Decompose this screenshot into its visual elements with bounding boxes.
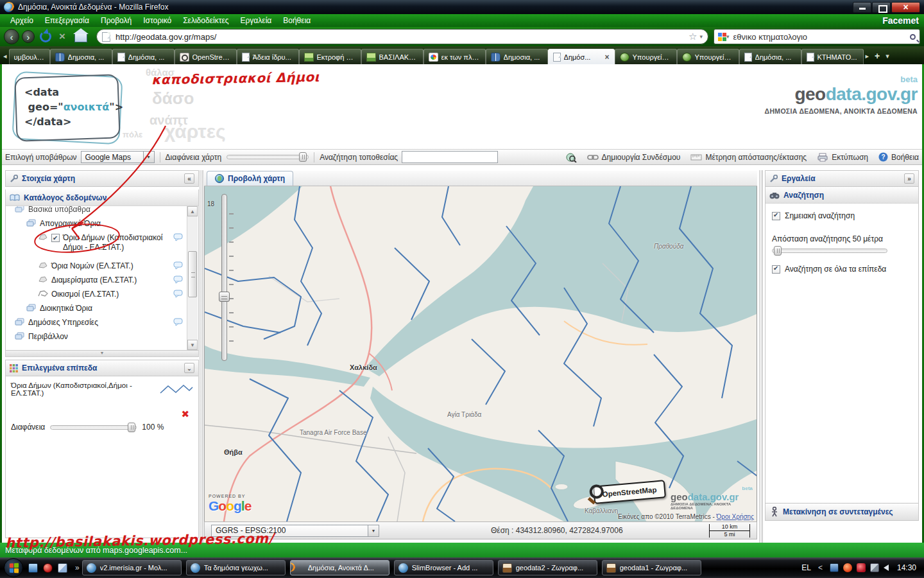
search-go-icon[interactable] bbox=[910, 34, 916, 40]
restore-button[interactable] bbox=[872, 2, 891, 13]
layer-checkbox-checked[interactable] bbox=[51, 234, 60, 242]
volume-icon[interactable] bbox=[884, 565, 889, 571]
quicklaunch-show-desktop-icon[interactable] bbox=[28, 563, 38, 573]
tree-scrollbar[interactable]: ▲ ▼ bbox=[187, 206, 198, 350]
collapse-right-panel-button[interactable]: » bbox=[904, 173, 914, 184]
tray-chevron-icon[interactable]: < bbox=[818, 563, 823, 572]
tab-10[interactable]: Υπουργείο... bbox=[615, 49, 677, 64]
tab-3[interactable]: OpenStreet... bbox=[175, 49, 237, 64]
tab-0[interactable]: υμβουλές... bbox=[9, 49, 50, 64]
taskbar-button-firefox-active[interactable]: Δημόσια, Ανοικτά Δ... bbox=[290, 560, 389, 575]
tree-item-census-boundaries[interactable]: Απογραφικά Όρια bbox=[6, 216, 198, 231]
taskbar-button-geodata-page[interactable]: Τα δημόσια γεωχω... bbox=[186, 560, 286, 575]
location-search-input[interactable] bbox=[402, 151, 498, 163]
start-button[interactable] bbox=[4, 558, 23, 577]
search-distance-slider[interactable] bbox=[772, 249, 887, 253]
comment-bubble-icon[interactable] bbox=[173, 233, 183, 241]
taskbar-button-paint-geodata1[interactable]: geodata1 - Ζωγραφ... bbox=[602, 560, 701, 575]
quicklaunch-overflow-icon[interactable]: » bbox=[75, 563, 80, 572]
map-opacity-slider[interactable] bbox=[227, 155, 309, 159]
right-splitter[interactable] bbox=[759, 170, 763, 543]
tab-7[interactable]: εκ των πλε... bbox=[424, 49, 486, 64]
stop-button[interactable]: × bbox=[59, 30, 65, 43]
taskbar-button-paint-geodata2[interactable]: geodata2 - Ζωγραφ... bbox=[498, 560, 597, 575]
tray-network-icon[interactable] bbox=[870, 563, 879, 572]
home-button[interactable] bbox=[74, 33, 87, 42]
tab-11[interactable]: Υπουργείο... bbox=[677, 49, 739, 64]
layer-opacity-slider[interactable] bbox=[50, 425, 137, 430]
scroll-up-icon[interactable]: ▲ bbox=[187, 206, 198, 216]
selected-layer-row[interactable]: Όρια Δήμων (Καποδιστριακοί,Δήμοι - ΕΛ.ΣΤ… bbox=[11, 381, 193, 397]
scrollbar-thumb[interactable] bbox=[188, 251, 197, 297]
scroll-down-icon[interactable]: ▼ bbox=[187, 340, 198, 350]
tree-item-environment[interactable]: Περιβάλλον bbox=[6, 329, 198, 344]
all-layers-checkbox[interactable] bbox=[772, 265, 780, 274]
tab-13[interactable]: ΚΤΗΜΑΤΟ... bbox=[801, 49, 864, 64]
tab-list-icon[interactable]: ▾ bbox=[884, 52, 891, 64]
left-splitter[interactable] bbox=[200, 170, 203, 543]
create-link-button[interactable]: Δημιουργία Συνδέσμου bbox=[587, 153, 681, 162]
url-input[interactable] bbox=[116, 32, 686, 42]
tray-app-icon[interactable] bbox=[830, 563, 839, 572]
zoom-slider-track[interactable] bbox=[221, 194, 227, 361]
tray-security-icon[interactable] bbox=[857, 563, 866, 572]
menu-history[interactable]: Ιστορικό bbox=[138, 15, 176, 26]
comment-bubble-icon[interactable] bbox=[173, 276, 183, 284]
forward-button[interactable]: › bbox=[22, 30, 35, 43]
menu-bookmarks[interactable]: Σελιδοδείκτες bbox=[178, 15, 234, 26]
url-bar[interactable]: ☆ ▾ bbox=[96, 29, 708, 44]
tab-12[interactable]: Δημόσια, ... bbox=[739, 49, 801, 64]
collapse-left-panel-button[interactable]: « bbox=[184, 173, 194, 184]
search-engine-dropdown-icon[interactable]: ▾ bbox=[726, 33, 730, 40]
comment-bubble-icon[interactable] bbox=[173, 261, 183, 270]
map-canvas[interactable]: Πραθούδα Χαλκίδα Αγία Τριάδα Tanagra Air… bbox=[204, 186, 757, 521]
menu-file[interactable]: Αρχείο bbox=[5, 15, 38, 26]
quicklaunch-switcher-icon[interactable] bbox=[58, 563, 67, 573]
language-indicator[interactable]: EL bbox=[801, 563, 811, 572]
print-button[interactable]: Εκτύπωση bbox=[817, 153, 868, 162]
comment-bubble-icon[interactable] bbox=[173, 318, 183, 326]
tray-opera-icon[interactable] bbox=[843, 563, 852, 572]
bookmark-star-icon[interactable]: ☆ bbox=[689, 31, 697, 42]
tree-item-administrative-boundaries[interactable]: Διοικητικά Όρια bbox=[6, 301, 198, 315]
new-tab-button[interactable]: + bbox=[871, 51, 884, 64]
close-button[interactable] bbox=[891, 2, 920, 13]
tree-item-settlements[interactable]: Οικισμοί (ΕΛ.ΣΤΑΤ.) bbox=[6, 287, 198, 301]
tab-1[interactable]: Δημοσια, ... bbox=[50, 49, 112, 64]
menu-help[interactable]: Βοήθεια bbox=[278, 15, 316, 26]
map-view-tab[interactable]: Προβολή χάρτη bbox=[207, 171, 293, 186]
url-dropdown-icon[interactable]: ▾ bbox=[699, 33, 703, 40]
tab-close-icon[interactable]: × bbox=[605, 53, 610, 62]
base-layer-select[interactable]: Google Maps ▾ bbox=[81, 151, 155, 163]
collapse-selected-panel-button[interactable]: ⌄ bbox=[184, 363, 194, 373]
tab-scroll-right-icon[interactable]: ▸ bbox=[864, 52, 871, 64]
tab-scroll-left-icon[interactable]: ◂ bbox=[1, 52, 9, 64]
tab-2[interactable]: Δημόσια, ... bbox=[112, 49, 175, 64]
menu-tools[interactable]: Εργαλεία bbox=[235, 15, 277, 26]
move-to-coordinates-button[interactable]: Μετακίνηση σε συντεταγμένες bbox=[766, 503, 918, 520]
comment-bubble-icon[interactable] bbox=[173, 290, 183, 298]
panel-splitter-handle[interactable]: ▼ bbox=[5, 351, 199, 357]
tree-item-districts[interactable]: Διαμερίσματα (ΕΛ.ΣΤΑΤ.) bbox=[6, 273, 198, 287]
remove-layer-icon[interactable]: ✖ bbox=[181, 408, 189, 420]
minimize-button[interactable] bbox=[853, 2, 871, 13]
terms-link[interactable]: Όροι Χρήσης bbox=[717, 513, 754, 520]
identify-icon[interactable] bbox=[565, 152, 577, 162]
menu-edit[interactable]: Επεξεργασία bbox=[40, 15, 94, 26]
tree-item-prefecture-boundaries[interactable]: Όρια Νομών (ΕΛ.ΣΤΑΤ.) bbox=[6, 259, 198, 273]
tab-8[interactable]: Δημοσια, ... bbox=[486, 49, 548, 64]
tree-item-municipal-boundaries[interactable]: Όρια Δήμων (Καποδιστριακοί Δήμοι - ΕΛ.ΣΤ… bbox=[6, 231, 198, 259]
zoom-slider-thumb[interactable] bbox=[219, 292, 230, 302]
tree-item-public-services[interactable]: Δημόσιες Υπηρεσίες bbox=[6, 315, 198, 329]
tab-active[interactable]: Δημόσ...× bbox=[548, 49, 615, 64]
tab-5[interactable]: Εκτροφή Σ... bbox=[299, 49, 361, 64]
refresh-button[interactable] bbox=[40, 31, 51, 42]
taskbar-button-imerisia[interactable]: v2.imerisia.gr - Μολ... bbox=[82, 560, 182, 575]
search-bar[interactable]: ▾ bbox=[714, 29, 920, 44]
tab-4[interactable]: Άδεια ίδρυ... bbox=[237, 49, 299, 64]
tree-item-base-layers[interactable]: Βασικά υπόβαθρα bbox=[6, 206, 198, 216]
back-button[interactable]: ‹ bbox=[4, 29, 19, 44]
search-input[interactable] bbox=[733, 32, 906, 42]
help-button[interactable]: ? Βοήθεια bbox=[878, 152, 919, 162]
point-search-checkbox[interactable] bbox=[772, 212, 780, 220]
